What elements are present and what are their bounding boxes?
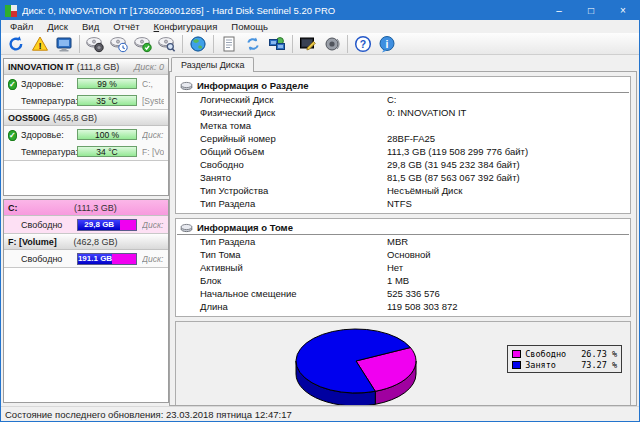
menu-disk[interactable]: Диск — [40, 21, 75, 32]
free-label: Свободно — [21, 220, 77, 230]
tab-strip: Разделы Диска — [169, 55, 637, 71]
disk-number: Диск: 1 — [142, 130, 164, 140]
usage-bar-used: 191.1 GB — [78, 254, 112, 264]
disk-test-icon[interactable] — [155, 34, 179, 54]
partition-info-rows: Логический ДискC:Физический Диск0: INNOV… — [177, 93, 629, 210]
legend-label: Свободно — [525, 349, 577, 359]
toolbar-separator — [213, 35, 214, 53]
svg-text:!: ! — [38, 40, 41, 51]
info-label: Свободно — [177, 159, 387, 170]
partition-entry-c[interactable]: C: (111,3 GB) Свободно 29,8 GB Диск: 0 — [4, 200, 168, 234]
info-row: Тип РазделаNTFS — [177, 197, 629, 210]
tab-disk-partitions[interactable]: Разделы Диска — [171, 57, 254, 72]
toolbar: ! — [1, 33, 639, 55]
disk-entry-1[interactable]: OOS500G (465,8 GB) ✓ Здоровье: 100 % Дис… — [4, 110, 168, 161]
info-value: 0: INNOVATION IT — [387, 107, 466, 118]
health-label: Здоровье: — [21, 79, 77, 89]
alerts-icon[interactable]: ! — [28, 34, 52, 54]
partition-header: C: (111,3 GB) — [4, 200, 168, 216]
info-label: Активный — [177, 262, 387, 273]
disk-monitor-icon[interactable] — [52, 34, 76, 54]
disk-entry-0[interactable]: INNOVATION IT (111,8 GB) Диск: 0 ✓ Здоро… — [4, 59, 168, 110]
legend-label: Занято — [525, 360, 577, 370]
info-value: 29,8 GB (31 945 232 384 байт) — [387, 159, 520, 170]
temperature-bar: 35 °C — [77, 95, 137, 106]
info-value: Нет — [387, 262, 403, 273]
partition-header: F: [Volume] (462,8 GB) — [4, 234, 168, 250]
usage-chart-box: Свободно 26.73 % Занято 73.27 % — [175, 321, 631, 406]
close-button[interactable]: × — [607, 1, 639, 20]
partition-name: C: — [8, 203, 18, 213]
menu-configuration[interactable]: Конфигурация — [147, 21, 225, 32]
info-label: Блок — [177, 275, 387, 286]
menu-report[interactable]: Отчёт — [106, 21, 146, 32]
toolbar-separator — [182, 35, 183, 53]
temperature-bar: 34 °C — [77, 146, 137, 157]
sound-icon[interactable] — [320, 34, 344, 54]
info-label: Логический Диск — [177, 94, 387, 105]
disk-number: Диск: 0 — [142, 220, 164, 230]
sync-icon[interactable] — [241, 34, 265, 54]
maximize-button[interactable]: □ — [575, 1, 607, 20]
help-icon[interactable]: ? — [351, 34, 375, 54]
info-row: АктивныйНет — [177, 261, 629, 274]
health-ok-icon: ✓ — [8, 79, 21, 89]
usage-bar-used: 29,8 GB — [78, 220, 120, 230]
info-value: NTFS — [387, 198, 412, 209]
info-label: Начальное смещение — [177, 288, 387, 299]
temperature-label: Температура: — [21, 96, 77, 106]
app-window: Диск: 0, INNOVATION IT [1736028001265] -… — [0, 0, 640, 422]
info-value: Несъёмный Диск — [387, 185, 462, 196]
usage-bar: 191.1 GB — [77, 253, 137, 265]
refresh-icon[interactable] — [4, 34, 28, 54]
menu-bar: Файл Диск Вид Отчёт Конфигурация Помощь — [1, 20, 639, 33]
info-value: Основной — [387, 249, 431, 260]
info-row: Тип УстройстваНесъёмный Диск — [177, 184, 629, 197]
section-header: Информация о Томе — [177, 220, 629, 235]
disk-detect-icon[interactable] — [83, 34, 107, 54]
disk-schedule-icon[interactable] — [107, 34, 131, 54]
free-space-row: Свободно 29,8 GB Диск: 0 — [4, 216, 168, 233]
svg-text:?: ? — [360, 38, 366, 50]
left-sidebar: INNOVATION IT (111,8 GB) Диск: 0 ✓ Здоро… — [3, 55, 169, 406]
info-row: Общий Объём111,3 GB (119 508 299 776 бай… — [177, 145, 629, 158]
usage-bar: 29,8 GB — [77, 219, 137, 231]
minimize-button[interactable]: – — [543, 1, 575, 20]
toolbar-separator — [79, 35, 80, 53]
display-settings-icon[interactable] — [296, 34, 320, 54]
info-row: Начальное смещение525 336 576 — [177, 287, 629, 300]
disk-header: OOS500G (465,8 GB) — [4, 110, 168, 126]
section-title: Информация о Томе — [197, 222, 293, 233]
info-label: Тип Тома — [177, 249, 387, 260]
info-value: 28BF-FA25 — [387, 133, 435, 144]
info-label: Тип Устройства — [177, 185, 387, 196]
toolbar-separator — [292, 35, 293, 53]
menu-file[interactable]: Файл — [3, 21, 40, 32]
temperature-row: Температура: 35 °C [System-res — [4, 92, 168, 109]
volume-letters: F: [Volume] — [142, 147, 164, 157]
info-label: Длина — [177, 301, 387, 312]
pie-chart — [271, 323, 441, 406]
network-icon[interactable] — [265, 34, 289, 54]
disk-size: (465,8 GB) — [53, 113, 97, 123]
about-icon[interactable]: i — [375, 34, 399, 54]
disk-number: Диск: 0 — [134, 62, 164, 72]
info-row: Блок1 MB — [177, 274, 629, 287]
disk-ok-icon[interactable] — [131, 34, 155, 54]
report-icon[interactable] — [217, 34, 241, 54]
info-row: Физический Диск0: INNOVATION IT — [177, 106, 629, 119]
volume-section-icon — [180, 222, 193, 233]
legend-value: 73.27 % — [581, 360, 617, 370]
partition-entry-f[interactable]: F: [Volume] (462,8 GB) Свободно 191.1 GB… — [4, 234, 168, 268]
menu-help[interactable]: Помощь — [224, 21, 275, 32]
free-space-row: Свободно 191.1 GB Диск: 1 — [4, 250, 168, 267]
online-icon[interactable] — [186, 34, 210, 54]
volume-letters: [System-res — [142, 96, 164, 106]
health-ok-icon: ✓ — [8, 130, 21, 140]
main-area: INNOVATION IT (111,8 GB) Диск: 0 ✓ Здоро… — [1, 55, 639, 406]
chart-legend: Свободно 26.73 % Занято 73.27 % — [507, 345, 622, 373]
info-value: C: — [387, 94, 397, 105]
app-icon — [5, 5, 17, 17]
menu-view[interactable]: Вид — [75, 21, 106, 32]
info-row: Тип ТомаОсновной — [177, 248, 629, 261]
